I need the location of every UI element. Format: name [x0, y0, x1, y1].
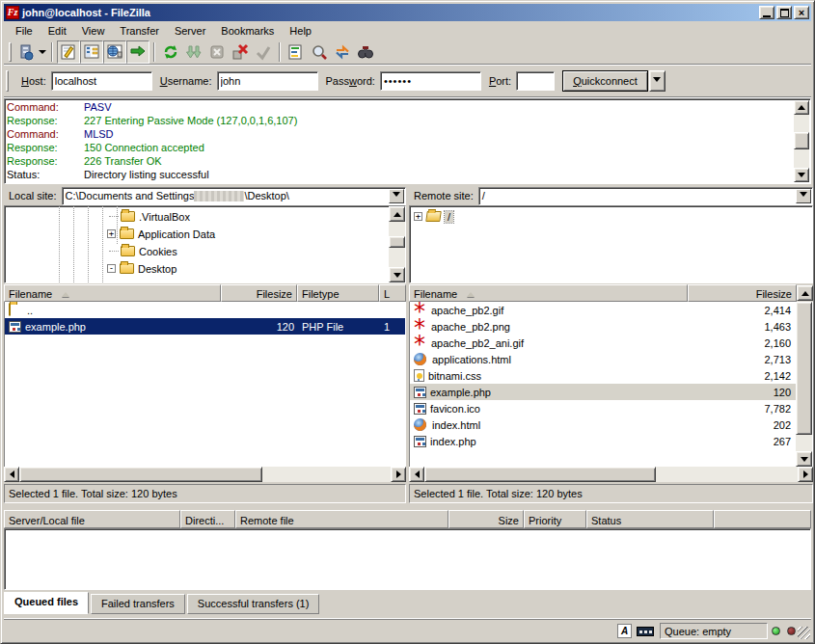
scrollbar-thumb[interactable]	[424, 467, 656, 482]
site-manager-dropdown-icon[interactable]	[39, 50, 46, 58]
column-header-filesize[interactable]: Filesize	[221, 284, 297, 302]
toggle-transfer-queue-button[interactable]	[126, 40, 149, 64]
menu-bookmarks[interactable]: Bookmarks	[213, 23, 282, 39]
file-row-example-php[interactable]: example.php 120 PHP File 1	[5, 318, 405, 335]
cancel-operation-button[interactable]	[205, 40, 229, 64]
log-line: Status:Directory listing successful	[7, 168, 810, 181]
remote-site-combo[interactable]: /	[478, 187, 813, 205]
directory-comparison-button[interactable]	[308, 40, 331, 64]
disconnect-button[interactable]	[229, 40, 252, 64]
reconnect-button[interactable]	[252, 40, 275, 64]
remote-list-scroll-up-button[interactable]	[797, 285, 813, 301]
menu-bar: File Edit View Transfer Server Bookmarks…	[4, 21, 811, 40]
column-header-last-modified[interactable]: L	[379, 284, 406, 302]
column-header-filesize[interactable]: Filesize	[688, 284, 797, 302]
directory-listing-filters-button[interactable]	[285, 40, 308, 64]
queue-body[interactable]	[4, 528, 811, 590]
menu-help[interactable]: Help	[282, 23, 319, 39]
toggle-message-log-button[interactable]	[57, 40, 80, 64]
close-button[interactable]: ×	[794, 6, 809, 19]
menu-file[interactable]: File	[8, 23, 41, 39]
file-row[interactable]: applications.html 2,713	[410, 351, 796, 367]
menu-edit[interactable]: Edit	[41, 23, 74, 39]
message-log: Command:PASV Response:227 Entering Passi…	[4, 98, 811, 184]
column-header-filetype[interactable]: Filetype	[297, 284, 379, 302]
toolbar-grip[interactable]	[9, 42, 12, 62]
tab-successful-transfers[interactable]: Successful transfers (1)	[187, 594, 320, 614]
log-scroll-up-button[interactable]	[794, 100, 809, 115]
remote-list-scrollbar-thumb[interactable]	[796, 302, 812, 435]
refresh-button[interactable]	[159, 40, 182, 64]
menu-transfer[interactable]: Transfer	[112, 23, 167, 39]
tree-item-desktop[interactable]: -Desktop	[107, 260, 177, 277]
folder-icon	[120, 228, 134, 239]
remote-list-scroll-down-button[interactable]	[796, 451, 812, 467]
tab-queued-files[interactable]: Queued files	[4, 592, 89, 614]
quickconnect-dropdown-button[interactable]	[649, 70, 666, 92]
ico-file-icon	[414, 403, 426, 415]
quickconnect-button[interactable]: Quickconnect	[562, 70, 648, 92]
tab-failed-transfers[interactable]: Failed transfers	[91, 594, 185, 614]
column-header-filename[interactable]: Filename	[409, 284, 688, 302]
file-row[interactable]: apache_pb2.gif 2,414	[410, 302, 796, 318]
column-header-filename[interactable]: Filename	[4, 284, 221, 302]
menu-view[interactable]: View	[74, 23, 113, 39]
local-tree-scroll-up-button[interactable]	[389, 206, 405, 222]
tree-item-root[interactable]: + /	[414, 208, 453, 225]
log-scroll-down-button[interactable]	[794, 168, 809, 182]
username-input[interactable]	[217, 71, 318, 91]
file-row[interactable]: index.php 267	[410, 433, 796, 449]
scroll-right-button[interactable]	[798, 467, 813, 482]
file-row-selected[interactable]: example.php 120	[410, 384, 796, 400]
host-input[interactable]	[51, 71, 152, 91]
file-row[interactable]: bitnami.css 2,142	[410, 367, 796, 384]
local-site-dropdown-button[interactable]	[389, 189, 404, 203]
quickconnect-grip[interactable]	[6, 70, 9, 92]
tree-item-cookies[interactable]: Cookies	[109, 243, 177, 259]
local-tree-scroll-down-button[interactable]	[389, 267, 405, 282]
local-site-combo[interactable]: C:\Documents and Settings\Desktop\	[62, 187, 406, 205]
resize-grip[interactable]	[798, 627, 810, 639]
tree-item-virtualbox[interactable]: .VirtualBox	[109, 208, 190, 225]
column-header-empty	[714, 510, 811, 528]
remote-list-header: Filename Filesize	[409, 284, 813, 302]
toggle-local-tree-button[interactable]	[80, 40, 103, 64]
find-files-button[interactable]	[354, 40, 377, 64]
scroll-left-button[interactable]	[4, 467, 19, 482]
ascii-data-type-icon[interactable]: A	[617, 624, 632, 638]
collapse-icon[interactable]: -	[107, 264, 116, 273]
expand-icon[interactable]: +	[107, 229, 116, 238]
minimize-button[interactable]	[759, 6, 774, 19]
port-label: Port:	[489, 75, 511, 87]
file-row[interactable]: favicon.ico 7,782	[410, 400, 796, 416]
column-header-direction[interactable]: Directi...	[180, 510, 235, 528]
speed-limit-icon[interactable]	[637, 627, 654, 636]
port-input[interactable]	[516, 71, 555, 91]
column-header-size[interactable]: Size	[448, 510, 524, 528]
column-header-status[interactable]: Status	[586, 510, 714, 528]
log-scrollbar-thumb[interactable]	[794, 132, 809, 149]
scroll-left-button[interactable]	[409, 467, 424, 482]
file-row-parent-dir[interactable]: ..	[5, 302, 405, 318]
scrollbar-thumb[interactable]	[19, 467, 262, 482]
file-row[interactable]: apache_pb2.png 1,463	[410, 318, 796, 335]
column-header-priority[interactable]: Priority	[524, 510, 586, 528]
remote-site-row: Remote site: /	[409, 186, 813, 205]
column-header-remote-file[interactable]: Remote file	[235, 510, 448, 528]
remote-site-dropdown-button[interactable]	[796, 189, 811, 203]
file-row[interactable]: index.html 202	[410, 416, 796, 433]
local-tree-scrollbar-thumb[interactable]	[389, 236, 405, 248]
tree-item-application-data[interactable]: +Application Data	[107, 226, 215, 242]
tree-guide	[88, 206, 89, 282]
scroll-right-button[interactable]	[391, 467, 406, 482]
expand-icon[interactable]: +	[414, 212, 422, 221]
column-header-server-local-file[interactable]: Server/Local file	[4, 510, 180, 528]
menu-server[interactable]: Server	[167, 23, 213, 39]
process-queue-button[interactable]	[182, 40, 205, 64]
file-row[interactable]: apache_pb2_ani.gif 2,160	[410, 335, 796, 351]
synchronized-browsing-button[interactable]	[331, 40, 354, 64]
toggle-remote-tree-button[interactable]	[103, 40, 126, 64]
open-site-manager-button[interactable]	[14, 40, 47, 64]
maximize-button[interactable]	[776, 6, 792, 19]
password-input[interactable]	[380, 71, 481, 91]
